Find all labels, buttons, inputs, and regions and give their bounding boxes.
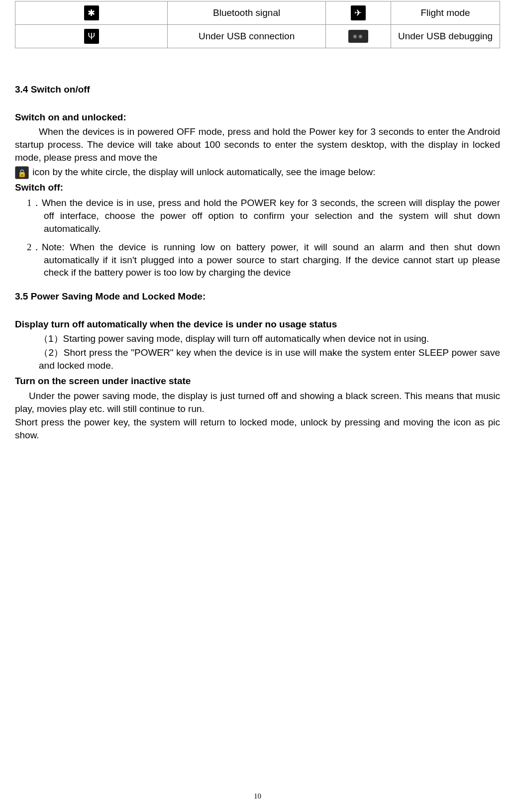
android-icon xyxy=(348,30,368,43)
icon-label: Flight mode xyxy=(391,1,500,25)
page-number: 10 xyxy=(254,791,261,801)
icon-label: Under USB connection xyxy=(168,25,325,48)
status-icon-table: ✱ Bluetooth signal ✈ Flight mode Ψ Under… xyxy=(15,1,500,48)
subheading-display-turnoff: Display turn off automatically when the … xyxy=(15,318,500,331)
list-text: When the device is in use, press and hol… xyxy=(42,198,500,233)
paragraph: Short press the power key, the system wi… xyxy=(15,416,500,441)
list-item: 2．Note: When the device is running low o… xyxy=(44,241,500,279)
section-heading-35: 3.5 Power Saving Mode and Locked Mode: xyxy=(15,290,500,303)
ordered-list: 1．When the device is in use, press and h… xyxy=(44,197,500,279)
table-row: Ψ Under USB connection Under USB debuggi… xyxy=(15,25,500,48)
list-number: 1． xyxy=(27,197,42,209)
icon-label: Under USB debugging xyxy=(391,25,500,48)
airplane-icon: ✈ xyxy=(351,5,366,20)
paragraph-numbered: （2）Short press the "POWER" key when the … xyxy=(39,346,500,372)
table-row: ✱ Bluetooth signal ✈ Flight mode xyxy=(15,1,500,25)
subheading-turn-on-screen: Turn on the screen under inactive state xyxy=(15,375,500,388)
lock-icon: 🔒 xyxy=(15,166,29,179)
paragraph-continued: icon by the white circle, the display wi… xyxy=(30,167,376,177)
subheading-switch-off: Switch off: xyxy=(15,181,500,194)
list-text: Note: When the device is running low on … xyxy=(42,242,500,278)
paragraph: Under the power saving mode, the display… xyxy=(15,390,500,415)
paragraph: 🔒 icon by the white circle, the display … xyxy=(15,165,500,180)
list-item: 1．When the device is in use, press and h… xyxy=(44,197,500,235)
subheading-switch-on-unlocked: Switch on and unlocked: xyxy=(15,111,500,124)
icon-label: Bluetooth signal xyxy=(168,1,325,25)
section-heading-34: 3.4 Switch on/off xyxy=(15,83,500,96)
paragraph: When the devices is in powered OFF mode,… xyxy=(15,125,500,164)
list-number: 2． xyxy=(27,241,42,254)
paragraph-numbered: （1）Starting power saving mode, display w… xyxy=(39,332,500,345)
usb-icon: Ψ xyxy=(84,29,99,44)
bluetooth-icon: ✱ xyxy=(84,5,99,20)
